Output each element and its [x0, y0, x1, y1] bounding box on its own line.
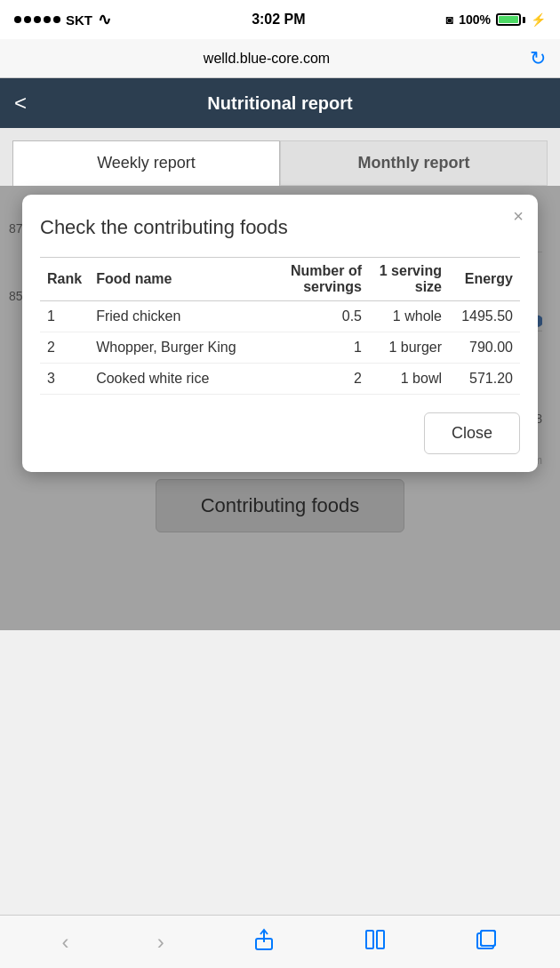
table-row: 3 Cooked white rice 2 1 bowl 571.20 — [40, 364, 520, 395]
col-header-food: Food name — [89, 258, 280, 301]
cell-rank-1: 1 — [40, 301, 89, 332]
browser-nav: ‹ › — [0, 915, 560, 968]
col-header-energy: Energy — [449, 258, 520, 301]
tab-monthly[interactable]: Monthly report — [280, 140, 548, 186]
forward-nav-icon[interactable]: › — [157, 930, 164, 955]
col-header-servings: Number of servings — [280, 258, 369, 301]
signal-dots — [14, 16, 60, 23]
modal-title: Check the contributing foods — [40, 216, 520, 239]
table-row: 2 Whopper, Burger King 1 1 burger 790.00 — [40, 332, 520, 364]
col-header-size: 1 serving size — [369, 258, 449, 301]
back-nav-icon[interactable]: ‹ — [62, 930, 69, 955]
col-header-rank: Rank — [40, 258, 89, 301]
page-title: Nutritional report — [207, 93, 352, 114]
svg-rect-12 — [377, 931, 384, 948]
battery-percent: 100% — [459, 12, 491, 27]
main-content: 875 850 12 13 14 15 — [0, 186, 560, 630]
cell-energy-2: 790.00 — [449, 332, 520, 364]
cell-servings-3: 2 — [280, 364, 369, 395]
share-icon[interactable] — [252, 928, 276, 956]
bookmarks-icon[interactable] — [364, 928, 387, 956]
modal-overlay: × Check the contributing foods Rank Food… — [0, 186, 560, 630]
status-bar: SKT ∿ 3:02 PM ◙ 100% ⚡ — [0, 0, 560, 39]
cell-size-2: 1 burger — [369, 332, 449, 364]
cell-servings-2: 1 — [280, 332, 369, 364]
modal-dialog: × Check the contributing foods Rank Food… — [22, 195, 538, 472]
cell-food-2: Whopper, Burger King — [89, 332, 280, 364]
modal-close-x[interactable]: × — [513, 207, 524, 225]
table-row: 1 Fried chicken 0.5 1 whole 1495.50 — [40, 301, 520, 332]
cell-food-3: Cooked white rice — [89, 364, 280, 395]
battery-icon — [496, 13, 525, 26]
tab-weekly[interactable]: Weekly report — [12, 140, 280, 186]
refresh-icon[interactable]: ↻ — [530, 47, 546, 70]
close-button[interactable]: Close — [424, 412, 520, 454]
cell-rank-2: 2 — [40, 332, 89, 364]
back-button[interactable]: < — [14, 91, 27, 116]
cell-size-1: 1 whole — [369, 301, 449, 332]
app-header: < Nutritional report — [0, 78, 560, 128]
charging-icon: ⚡ — [531, 12, 546, 27]
modal-footer: Close — [40, 412, 520, 454]
address-bar: welld.blue-core.com ↻ — [0, 39, 560, 78]
status-right: ◙ 100% ⚡ — [446, 12, 546, 27]
clock: 3:02 PM — [252, 12, 305, 28]
carrier-label: SKT — [66, 12, 92, 28]
status-left: SKT ∿ — [14, 10, 111, 29]
cell-food-1: Fried chicken — [89, 301, 280, 332]
cell-rank-3: 3 — [40, 364, 89, 395]
tabs-icon[interactable] — [475, 928, 498, 956]
cell-energy-3: 571.20 — [449, 364, 520, 395]
cell-energy-1: 1495.50 — [449, 301, 520, 332]
cell-servings-1: 0.5 — [280, 301, 369, 332]
cell-size-3: 1 bowl — [369, 364, 449, 395]
food-table: Rank Food name Number of servings 1 serv… — [40, 257, 520, 395]
url-display: welld.blue-core.com — [14, 51, 519, 67]
svg-rect-11 — [366, 931, 373, 948]
wifi-icon: ∿ — [98, 10, 111, 29]
tabs-container: Weekly report Monthly report — [0, 128, 560, 186]
lock-icon: ◙ — [446, 12, 453, 27]
svg-rect-14 — [481, 931, 495, 946]
